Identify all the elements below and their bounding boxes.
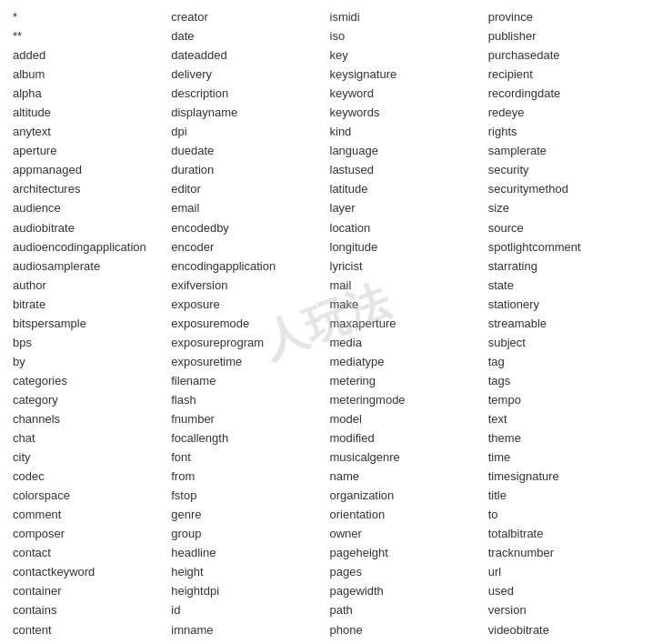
list-item: author xyxy=(13,276,164,295)
list-item: maxaperture xyxy=(330,314,481,333)
list-item: spotlightcomment xyxy=(488,237,639,257)
list-item: longitude xyxy=(330,237,481,257)
list-item: added xyxy=(13,45,164,65)
list-item: imname xyxy=(171,620,322,639)
list-item: publisher xyxy=(488,26,639,45)
list-item: contentcreated xyxy=(13,639,164,644)
list-item: headline xyxy=(171,543,322,562)
list-item: container xyxy=(13,581,164,600)
list-item: duration xyxy=(171,160,322,179)
list-item: media xyxy=(330,333,481,352)
list-item: purchasedate xyxy=(488,45,639,65)
list-item: key xyxy=(330,45,481,65)
list-item: editor xyxy=(171,179,322,198)
list-item: contains xyxy=(13,600,164,619)
list-item: mail xyxy=(330,276,481,295)
list-item: exifversion xyxy=(171,276,322,295)
list-item: source xyxy=(488,218,639,237)
list-item: location xyxy=(330,218,481,237)
list-item: colorspace xyxy=(13,486,164,505)
list-item: encoder xyxy=(171,237,322,257)
list-item: dateadded xyxy=(171,45,322,65)
list-item: composer xyxy=(13,524,164,543)
list-item: filename xyxy=(171,371,322,390)
list-item: email xyxy=(171,198,322,217)
list-item: font xyxy=(171,448,322,467)
list-item: date xyxy=(171,26,322,45)
list-item: lastused xyxy=(330,160,481,179)
list-item: aperture xyxy=(13,141,164,160)
columns-container: ***addedalbumalphaaltitudeanytextapertur… xyxy=(9,7,643,644)
list-item: bps xyxy=(13,333,164,352)
list-item: tag xyxy=(488,352,639,371)
list-item: streamable xyxy=(488,314,639,333)
column-4: provincepublisherpurchasedaterecipientre… xyxy=(485,7,643,644)
list-item: keysignature xyxy=(330,65,481,84)
list-item: exposuretime xyxy=(171,352,322,371)
list-item: metering xyxy=(330,371,481,390)
column-1: ***addedalbumalphaaltitudeanytextapertur… xyxy=(9,7,167,644)
list-item: size xyxy=(488,198,639,217)
list-item: contact xyxy=(13,543,164,562)
list-item: language xyxy=(330,141,481,160)
list-item: subject xyxy=(488,333,639,352)
list-item: url xyxy=(488,562,639,581)
list-item: phone xyxy=(330,620,481,639)
list-item: ismidi xyxy=(330,7,481,26)
list-item: instructions xyxy=(171,639,322,644)
list-item: keywords xyxy=(330,103,481,122)
column-2: creatordatedateaddeddeliverydescriptiond… xyxy=(167,7,326,644)
list-item: ** xyxy=(13,26,164,45)
list-item: kind xyxy=(330,122,481,141)
list-item: version xyxy=(488,600,639,619)
list-item: encodingapplication xyxy=(171,257,322,276)
list-item: audience xyxy=(13,198,164,217)
list-item: architectures xyxy=(13,179,164,198)
list-item: audioencodingapplication xyxy=(13,237,164,257)
list-item: audiosamplerate xyxy=(13,257,164,276)
list-item: description xyxy=(171,84,322,103)
list-item: height xyxy=(171,562,322,581)
list-item: theme xyxy=(488,428,639,448)
list-item: chat xyxy=(13,428,164,448)
list-item: time xyxy=(488,448,639,467)
list-item: exposuremode xyxy=(171,314,322,333)
list-item: starrating xyxy=(488,257,639,276)
list-item: anytext xyxy=(13,122,164,141)
list-item: layer xyxy=(330,198,481,217)
list-item: text xyxy=(488,409,639,428)
list-item: exposureprogram xyxy=(171,333,322,352)
list-item: to xyxy=(488,505,639,524)
list-item: make xyxy=(330,295,481,314)
list-item: pageheight xyxy=(330,543,481,562)
list-item: tracknumber xyxy=(488,543,639,562)
list-item: category xyxy=(13,390,164,409)
list-item: bitspersample xyxy=(13,314,164,333)
list-item: securitymethod xyxy=(488,179,639,198)
list-item: wherefrom xyxy=(488,639,639,644)
column-3: ismidiisokeykeysignaturekeywordkeywordsk… xyxy=(326,7,485,644)
list-item: heightdpi xyxy=(171,581,322,600)
list-item: tempo xyxy=(488,390,639,409)
list-item: musicalgenre xyxy=(330,448,481,467)
list-item: comment xyxy=(13,505,164,524)
list-item: fnumber xyxy=(171,409,322,428)
list-item: security xyxy=(488,160,639,179)
list-item: tags xyxy=(488,371,639,390)
list-item: encodedby xyxy=(171,218,322,237)
list-item: categories xyxy=(13,371,164,390)
list-item: stationery xyxy=(488,295,639,314)
list-item: album xyxy=(13,65,164,84)
list-item: id xyxy=(171,600,322,619)
list-item: timesignature xyxy=(488,467,639,486)
list-item: phonenumber xyxy=(330,639,481,644)
list-item: mediatype xyxy=(330,352,481,371)
list-item: alpha xyxy=(13,84,164,103)
list-item: flash xyxy=(171,390,322,409)
list-item: delivery xyxy=(171,65,322,84)
list-item: province xyxy=(488,7,639,26)
list-item: channels xyxy=(13,409,164,428)
list-item: state xyxy=(488,276,639,295)
list-item: modified xyxy=(330,428,481,448)
list-item: audiobitrate xyxy=(13,218,164,237)
